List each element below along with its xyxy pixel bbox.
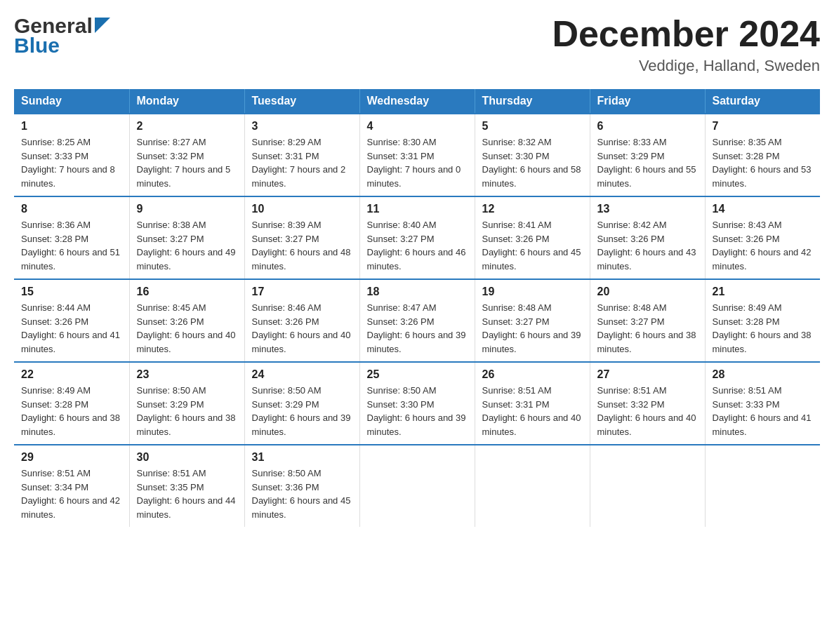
day-number: 23 [137,368,237,381]
logo-blue: Blue [14,34,60,58]
day-info: Sunrise: 8:27 AM Sunset: 3:32 PM Dayligh… [137,135,237,190]
day-number: 27 [597,368,698,381]
day-cell: 23 Sunrise: 8:50 AM Sunset: 3:29 PM Dayl… [129,362,244,445]
day-info: Sunrise: 8:46 AM Sunset: 3:26 PM Dayligh… [252,301,352,356]
day-info: Sunrise: 8:48 AM Sunset: 3:27 PM Dayligh… [597,301,698,356]
day-number: 1 [21,120,122,133]
day-info: Sunrise: 8:32 AM Sunset: 3:30 PM Dayligh… [482,135,583,190]
col-monday: Monday [129,89,244,114]
day-cell: 6 Sunrise: 8:33 AM Sunset: 3:29 PM Dayli… [590,114,705,196]
day-info: Sunrise: 8:51 AM Sunset: 3:33 PM Dayligh… [713,384,814,438]
day-info: Sunrise: 8:35 AM Sunset: 3:28 PM Dayligh… [713,135,814,190]
col-thursday: Thursday [475,89,590,114]
day-cell: 27 Sunrise: 8:51 AM Sunset: 3:32 PM Dayl… [590,362,705,445]
day-cell [359,445,475,527]
day-number: 12 [482,203,583,215]
day-number: 16 [137,286,237,298]
day-info: Sunrise: 8:50 AM Sunset: 3:29 PM Dayligh… [137,384,237,438]
col-friday: Friday [590,89,705,114]
col-tuesday: Tuesday [244,89,359,114]
logo: General Blue [14,14,110,58]
day-cell: 7 Sunrise: 8:35 AM Sunset: 3:28 PM Dayli… [705,114,820,196]
day-number: 24 [252,368,352,381]
day-number: 13 [597,203,698,215]
day-info: Sunrise: 8:42 AM Sunset: 3:26 PM Dayligh… [597,218,698,273]
day-cell: 26 Sunrise: 8:51 AM Sunset: 3:31 PM Dayl… [475,362,590,445]
day-number: 21 [713,286,814,298]
col-sunday: Sunday [14,89,129,114]
day-info: Sunrise: 8:45 AM Sunset: 3:26 PM Dayligh… [137,301,237,356]
day-info: Sunrise: 8:29 AM Sunset: 3:31 PM Dayligh… [252,135,352,190]
calendar-header: Sunday Monday Tuesday Wednesday Thursday… [14,89,820,114]
day-info: Sunrise: 8:51 AM Sunset: 3:35 PM Dayligh… [137,467,237,521]
day-number: 8 [21,203,122,215]
day-info: Sunrise: 8:36 AM Sunset: 3:28 PM Dayligh… [21,218,122,273]
day-info: Sunrise: 8:50 AM Sunset: 3:36 PM Dayligh… [252,467,352,521]
day-cell: 20 Sunrise: 8:48 AM Sunset: 3:27 PM Dayl… [590,279,705,362]
day-cell: 14 Sunrise: 8:43 AM Sunset: 3:26 PM Dayl… [705,196,820,279]
day-info: Sunrise: 8:43 AM Sunset: 3:26 PM Dayligh… [713,218,814,273]
day-info: Sunrise: 8:50 AM Sunset: 3:30 PM Dayligh… [367,384,468,438]
day-cell: 4 Sunrise: 8:30 AM Sunset: 3:31 PM Dayli… [359,114,475,196]
day-info: Sunrise: 8:51 AM Sunset: 3:31 PM Dayligh… [482,384,583,438]
day-cell: 10 Sunrise: 8:39 AM Sunset: 3:27 PM Dayl… [244,196,359,279]
week-row-4: 22 Sunrise: 8:49 AM Sunset: 3:28 PM Dayl… [14,362,820,445]
day-info: Sunrise: 8:25 AM Sunset: 3:33 PM Dayligh… [21,135,122,190]
day-info: Sunrise: 8:30 AM Sunset: 3:31 PM Dayligh… [367,135,468,190]
day-number: 6 [597,120,698,133]
calendar-body: 1 Sunrise: 8:25 AM Sunset: 3:33 PM Dayli… [14,114,820,527]
day-cell: 21 Sunrise: 8:49 AM Sunset: 3:28 PM Dayl… [705,279,820,362]
day-cell: 2 Sunrise: 8:27 AM Sunset: 3:32 PM Dayli… [129,114,244,196]
day-cell [590,445,705,527]
day-cell: 29 Sunrise: 8:51 AM Sunset: 3:34 PM Dayl… [14,445,129,527]
day-number: 31 [252,451,352,464]
day-number: 2 [137,120,237,133]
day-cell: 3 Sunrise: 8:29 AM Sunset: 3:31 PM Dayli… [244,114,359,196]
day-number: 22 [21,368,122,381]
day-cell [475,445,590,527]
day-number: 30 [137,451,237,464]
day-info: Sunrise: 8:51 AM Sunset: 3:34 PM Dayligh… [21,467,122,521]
day-cell: 25 Sunrise: 8:50 AM Sunset: 3:30 PM Dayl… [359,362,475,445]
location: Veddige, Halland, Sweden [552,57,820,75]
title-section: December 2024 Veddige, Halland, Sweden [552,14,820,75]
day-number: 15 [21,286,122,298]
day-cell: 12 Sunrise: 8:41 AM Sunset: 3:26 PM Dayl… [475,196,590,279]
day-number: 29 [21,451,122,464]
month-title: December 2024 [552,14,820,54]
col-wednesday: Wednesday [359,89,475,114]
week-row-1: 1 Sunrise: 8:25 AM Sunset: 3:33 PM Dayli… [14,114,820,196]
day-cell: 17 Sunrise: 8:46 AM Sunset: 3:26 PM Dayl… [244,279,359,362]
day-info: Sunrise: 8:39 AM Sunset: 3:27 PM Dayligh… [252,218,352,273]
day-number: 18 [367,286,468,298]
day-number: 11 [367,203,468,215]
day-cell: 13 Sunrise: 8:42 AM Sunset: 3:26 PM Dayl… [590,196,705,279]
day-number: 17 [252,286,352,298]
day-cell: 8 Sunrise: 8:36 AM Sunset: 3:28 PM Dayli… [14,196,129,279]
header-row: Sunday Monday Tuesday Wednesday Thursday… [14,89,820,114]
page-header: General Blue December 2024 Veddige, Hall… [14,14,820,75]
day-number: 25 [367,368,468,381]
day-number: 10 [252,203,352,215]
week-row-2: 8 Sunrise: 8:36 AM Sunset: 3:28 PM Dayli… [14,196,820,279]
day-info: Sunrise: 8:47 AM Sunset: 3:26 PM Dayligh… [367,301,468,356]
calendar-table: Sunday Monday Tuesday Wednesday Thursday… [14,89,820,527]
logo-triangle-icon [95,18,110,33]
day-number: 28 [713,368,814,381]
day-number: 26 [482,368,583,381]
week-row-5: 29 Sunrise: 8:51 AM Sunset: 3:34 PM Dayl… [14,445,820,527]
day-info: Sunrise: 8:49 AM Sunset: 3:28 PM Dayligh… [21,384,122,438]
day-number: 7 [713,120,814,133]
day-number: 3 [252,120,352,133]
day-cell: 22 Sunrise: 8:49 AM Sunset: 3:28 PM Dayl… [14,362,129,445]
day-number: 5 [482,120,583,133]
day-info: Sunrise: 8:49 AM Sunset: 3:28 PM Dayligh… [713,301,814,356]
day-info: Sunrise: 8:40 AM Sunset: 3:27 PM Dayligh… [367,218,468,273]
day-cell: 11 Sunrise: 8:40 AM Sunset: 3:27 PM Dayl… [359,196,475,279]
day-cell: 24 Sunrise: 8:50 AM Sunset: 3:29 PM Dayl… [244,362,359,445]
day-cell [705,445,820,527]
day-info: Sunrise: 8:41 AM Sunset: 3:26 PM Dayligh… [482,218,583,273]
day-cell: 31 Sunrise: 8:50 AM Sunset: 3:36 PM Dayl… [244,445,359,527]
day-info: Sunrise: 8:50 AM Sunset: 3:29 PM Dayligh… [252,384,352,438]
day-info: Sunrise: 8:51 AM Sunset: 3:32 PM Dayligh… [597,384,698,438]
